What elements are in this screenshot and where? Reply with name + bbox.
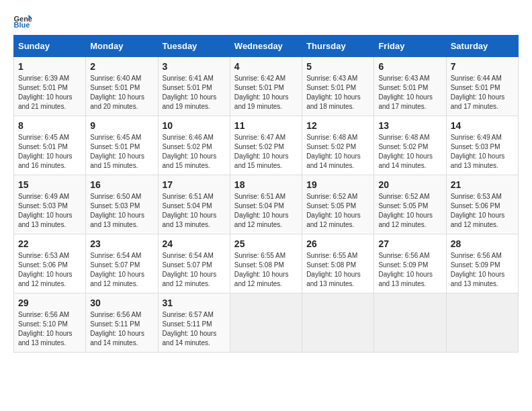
week-row: 8Sunrise: 6:45 AM Sunset: 5:01 PM Daylig…	[14, 116, 519, 175]
day-number: 11	[234, 120, 298, 131]
day-number: 5	[306, 61, 369, 72]
day-info: Sunrise: 6:49 AM Sunset: 5:03 PM Dayligh…	[451, 133, 514, 171]
calendar-cell: 30Sunrise: 6:56 AM Sunset: 5:11 PM Dayli…	[86, 293, 158, 353]
day-info: Sunrise: 6:43 AM Sunset: 5:01 PM Dayligh…	[378, 74, 441, 111]
day-number: 20	[378, 179, 441, 190]
day-info: Sunrise: 6:54 AM Sunset: 5:07 PM Dayligh…	[163, 251, 226, 289]
calendar-cell: 25Sunrise: 6:55 AM Sunset: 5:08 PM Dayli…	[230, 234, 302, 293]
calendar-cell	[230, 293, 302, 353]
day-info: Sunrise: 6:45 AM Sunset: 5:01 PM Dayligh…	[18, 133, 81, 171]
day-info: Sunrise: 6:41 AM Sunset: 5:01 PM Dayligh…	[163, 74, 226, 111]
day-info: Sunrise: 6:53 AM Sunset: 5:06 PM Dayligh…	[18, 251, 81, 289]
day-number: 30	[90, 298, 153, 308]
day-info: Sunrise: 6:55 AM Sunset: 5:08 PM Dayligh…	[306, 251, 369, 289]
weekday-header-saturday: Saturday	[446, 36, 518, 57]
weekday-header-wednesday: Wednesday	[230, 36, 302, 57]
week-row: 29Sunrise: 6:56 AM Sunset: 5:10 PM Dayli…	[14, 293, 519, 353]
day-number: 6	[378, 61, 441, 72]
calendar-cell: 27Sunrise: 6:56 AM Sunset: 5:09 PM Dayli…	[374, 234, 446, 293]
calendar-cell: 14Sunrise: 6:49 AM Sunset: 5:03 PM Dayli…	[446, 116, 518, 175]
day-info: Sunrise: 6:53 AM Sunset: 5:06 PM Dayligh…	[451, 192, 514, 230]
calendar-cell: 10Sunrise: 6:46 AM Sunset: 5:02 PM Dayli…	[158, 116, 230, 175]
calendar-cell: 23Sunrise: 6:54 AM Sunset: 5:07 PM Dayli…	[86, 234, 158, 293]
calendar-cell: 2Sunrise: 6:40 AM Sunset: 5:01 PM Daylig…	[86, 57, 158, 116]
day-info: Sunrise: 6:45 AM Sunset: 5:01 PM Dayligh…	[90, 133, 153, 171]
day-number: 1	[18, 61, 81, 72]
day-number: 21	[451, 179, 514, 190]
calendar-table: SundayMondayTuesdayWednesdayThursdayFrid…	[13, 35, 519, 353]
day-number: 10	[163, 120, 226, 131]
day-number: 28	[451, 238, 514, 249]
calendar-body: 1Sunrise: 6:39 AM Sunset: 5:01 PM Daylig…	[14, 57, 519, 353]
calendar-cell: 28Sunrise: 6:56 AM Sunset: 5:09 PM Dayli…	[446, 234, 518, 293]
day-info: Sunrise: 6:48 AM Sunset: 5:02 PM Dayligh…	[306, 133, 369, 171]
calendar-cell: 11Sunrise: 6:47 AM Sunset: 5:02 PM Dayli…	[230, 116, 302, 175]
weekday-row: SundayMondayTuesdayWednesdayThursdayFrid…	[14, 36, 519, 57]
calendar-cell: 4Sunrise: 6:42 AM Sunset: 5:01 PM Daylig…	[230, 57, 302, 116]
calendar-cell	[446, 293, 518, 353]
week-row: 15Sunrise: 6:49 AM Sunset: 5:03 PM Dayli…	[14, 175, 519, 234]
day-number: 24	[163, 238, 226, 249]
day-number: 8	[18, 120, 81, 131]
day-info: Sunrise: 6:56 AM Sunset: 5:11 PM Dayligh…	[90, 310, 153, 348]
day-info: Sunrise: 6:56 AM Sunset: 5:10 PM Dayligh…	[18, 310, 81, 348]
calendar-cell: 19Sunrise: 6:52 AM Sunset: 5:05 PM Dayli…	[302, 175, 374, 234]
calendar-cell: 26Sunrise: 6:55 AM Sunset: 5:08 PM Dayli…	[302, 234, 374, 293]
calendar-cell: 29Sunrise: 6:56 AM Sunset: 5:10 PM Dayli…	[14, 293, 86, 353]
day-info: Sunrise: 6:55 AM Sunset: 5:08 PM Dayligh…	[234, 251, 298, 289]
day-number: 17	[163, 179, 226, 190]
calendar-cell: 7Sunrise: 6:44 AM Sunset: 5:01 PM Daylig…	[446, 57, 518, 116]
day-info: Sunrise: 6:43 AM Sunset: 5:01 PM Dayligh…	[306, 74, 369, 111]
day-number: 3	[163, 61, 226, 72]
day-number: 23	[90, 238, 153, 249]
calendar-cell: 9Sunrise: 6:45 AM Sunset: 5:01 PM Daylig…	[86, 116, 158, 175]
day-info: Sunrise: 6:42 AM Sunset: 5:01 PM Dayligh…	[234, 74, 298, 111]
calendar-cell: 18Sunrise: 6:51 AM Sunset: 5:04 PM Dayli…	[230, 175, 302, 234]
week-row: 22Sunrise: 6:53 AM Sunset: 5:06 PM Dayli…	[14, 234, 519, 293]
svg-text:Blue: Blue	[13, 21, 30, 28]
day-number: 27	[378, 238, 441, 249]
day-info: Sunrise: 6:56 AM Sunset: 5:09 PM Dayligh…	[378, 251, 441, 289]
logo-icon: General Blue	[13, 13, 32, 28]
day-info: Sunrise: 6:56 AM Sunset: 5:09 PM Dayligh…	[451, 251, 514, 289]
calendar-cell: 17Sunrise: 6:51 AM Sunset: 5:04 PM Dayli…	[158, 175, 230, 234]
calendar-cell: 22Sunrise: 6:53 AM Sunset: 5:06 PM Dayli…	[14, 234, 86, 293]
calendar-cell: 21Sunrise: 6:53 AM Sunset: 5:06 PM Dayli…	[446, 175, 518, 234]
week-row: 1Sunrise: 6:39 AM Sunset: 5:01 PM Daylig…	[14, 57, 519, 116]
calendar-cell: 5Sunrise: 6:43 AM Sunset: 5:01 PM Daylig…	[302, 57, 374, 116]
calendar-cell: 12Sunrise: 6:48 AM Sunset: 5:02 PM Dayli…	[302, 116, 374, 175]
day-info: Sunrise: 6:52 AM Sunset: 5:05 PM Dayligh…	[378, 192, 441, 230]
weekday-header-sunday: Sunday	[14, 36, 86, 57]
calendar-cell: 16Sunrise: 6:50 AM Sunset: 5:03 PM Dayli…	[86, 175, 158, 234]
day-info: Sunrise: 6:52 AM Sunset: 5:05 PM Dayligh…	[306, 192, 369, 230]
day-info: Sunrise: 6:48 AM Sunset: 5:02 PM Dayligh…	[378, 133, 441, 171]
day-number: 19	[306, 179, 369, 190]
calendar-cell: 31Sunrise: 6:57 AM Sunset: 5:11 PM Dayli…	[158, 293, 230, 353]
weekday-header-monday: Monday	[86, 36, 158, 57]
day-number: 13	[378, 120, 441, 131]
day-number: 31	[163, 298, 226, 308]
day-info: Sunrise: 6:57 AM Sunset: 5:11 PM Dayligh…	[163, 310, 226, 348]
calendar-cell	[302, 293, 374, 353]
weekday-header-tuesday: Tuesday	[158, 36, 230, 57]
day-number: 16	[90, 179, 153, 190]
day-number: 14	[451, 120, 514, 131]
day-info: Sunrise: 6:46 AM Sunset: 5:02 PM Dayligh…	[163, 133, 226, 171]
day-info: Sunrise: 6:49 AM Sunset: 5:03 PM Dayligh…	[18, 192, 81, 230]
day-number: 7	[451, 61, 514, 72]
day-number: 15	[18, 179, 81, 190]
calendar-cell: 20Sunrise: 6:52 AM Sunset: 5:05 PM Dayli…	[374, 175, 446, 234]
day-number: 18	[234, 179, 298, 190]
day-number: 29	[18, 298, 81, 308]
day-number: 25	[234, 238, 298, 249]
day-info: Sunrise: 6:51 AM Sunset: 5:04 PM Dayligh…	[163, 192, 226, 230]
day-info: Sunrise: 6:51 AM Sunset: 5:04 PM Dayligh…	[234, 192, 298, 230]
logo: General Blue	[13, 13, 35, 28]
day-info: Sunrise: 6:47 AM Sunset: 5:02 PM Dayligh…	[234, 133, 298, 171]
calendar-cell: 8Sunrise: 6:45 AM Sunset: 5:01 PM Daylig…	[14, 116, 86, 175]
calendar-cell: 13Sunrise: 6:48 AM Sunset: 5:02 PM Dayli…	[374, 116, 446, 175]
day-number: 22	[18, 238, 81, 249]
day-number: 12	[306, 120, 369, 131]
weekday-header-friday: Friday	[374, 36, 446, 57]
calendar-cell: 1Sunrise: 6:39 AM Sunset: 5:01 PM Daylig…	[14, 57, 86, 116]
